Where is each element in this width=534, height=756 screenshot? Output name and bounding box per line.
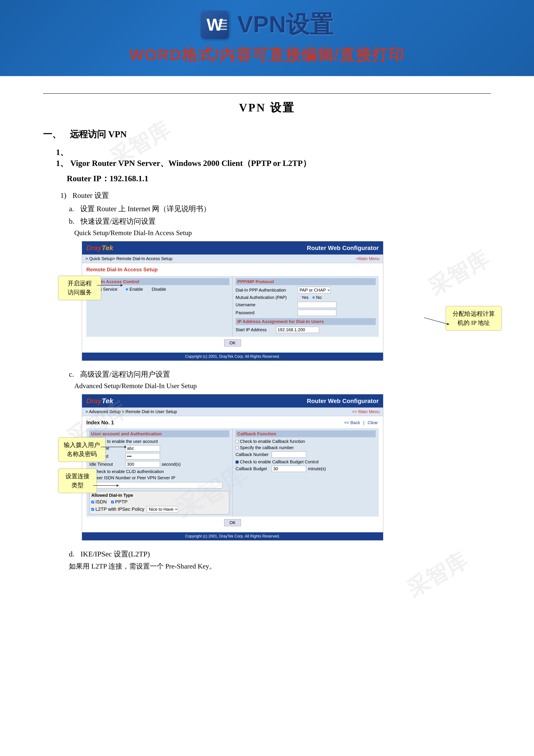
doc-main-title: VPN 设置 <box>43 100 491 115</box>
callout-ip-address: 分配给远程计算机的 IP 地址 <box>446 306 502 331</box>
enable-radio[interactable] <box>126 288 128 291</box>
ppp-auth-label: Dial-In PPP Authentication <box>236 288 296 293</box>
cb-clid-label: Check to enable CLID authentication <box>94 469 164 474</box>
callback-budget-input[interactable] <box>272 466 306 472</box>
cb-l2tp-box[interactable] <box>91 508 94 511</box>
routerc-right: Callback Function Check to enable Callba… <box>233 428 379 517</box>
callout2-arrow <box>424 315 450 326</box>
section-d-heading: IKE/IPSec 设置(L2TP) <box>81 550 150 558</box>
item-c-text: 高级设置/远程访问用户设置 <box>80 370 170 378</box>
disable-radio[interactable] <box>148 288 150 291</box>
section-d-letter: d. <box>69 550 74 558</box>
routerc-header-title: Router Web Configurator <box>307 398 379 405</box>
logo-tek: Tek <box>102 244 113 252</box>
callout1-arrow <box>97 281 123 290</box>
item-c-en: Advanced Setup/Remote Dial-In User Setup <box>43 382 491 390</box>
back-link[interactable]: << Back <box>344 420 360 425</box>
mutual-auth-label: Mutual Authetication (PAP) <box>236 295 296 300</box>
cb-budget-control: Check to enable Callback Budget Control <box>236 459 376 464</box>
screenshot-c-wrapper: 输入拨入用户名称及密码 设置连接类型 <box>60 394 491 540</box>
page-wrapper: W VPN设置 WORD格式/内容可直接编辑/直接打印 VPN 设置 一、 远程… <box>0 0 534 756</box>
routerc-nav-path: > Advanced Setup > Remote Dial-In User S… <box>86 409 177 414</box>
router1-section-title: Remote Dial-In Access Setup <box>86 267 379 273</box>
item-b-en: Quick Setup/Remote Dial-In Access Setup <box>43 229 491 237</box>
callout1-text: 开启远程访问服务 <box>67 280 92 296</box>
router1-right: PPP/MP Protocol Dial-In PPP Authenticati… <box>233 276 379 337</box>
routerc-left: User account and Authentication Check to… <box>86 428 233 517</box>
header-top-row: W VPN设置 <box>201 9 333 41</box>
routerc-right-title: Callback Function <box>236 430 376 437</box>
cb-budget-label: Check to enable Callback Budget Control <box>240 459 319 464</box>
password-label: Password <box>236 310 296 315</box>
idle-timeout-label: Idle Timeout <box>89 462 124 467</box>
routerc-ok-button[interactable]: OK <box>224 519 241 526</box>
header-subtitle: WORD格式/内容可直接编辑/直接打印 <box>129 44 405 65</box>
router1-nav-path: > Quick Setup> Remote Dial-In Access Set… <box>86 256 172 261</box>
router1-dialin-value: Enable Disable <box>126 287 166 292</box>
word-icon: W <box>201 11 229 39</box>
cb-pptp-wrap: PPTP <box>111 499 128 505</box>
svg-marker-3 <box>446 323 449 325</box>
mutual-auth-row: Mutual Authetication (PAP) Yes No <box>236 295 376 300</box>
routerc-body: Index No. 1 << Back | Clear User ac <box>82 416 383 532</box>
item-a-text: 设置 Router 上 Internet 网（详见说明书） <box>80 205 211 213</box>
callback-number-input[interactable] <box>272 451 306 458</box>
l2tp-row: L2TP with IPSec Policy Nice to Have <box>91 506 227 512</box>
callback-number-row: Callback Number <box>236 451 376 458</box>
router1-logo: DrayTek <box>86 244 113 252</box>
ppp-auth-select[interactable]: PAP or CHAP <box>297 287 331 293</box>
section-1-title: 远程访问 VPN <box>70 128 127 140</box>
router1-body: Remote Dial-In Access Setup Dial-In Acce… <box>82 263 383 353</box>
svg-marker-1 <box>120 284 123 286</box>
sc-password-row: Password <box>89 453 229 459</box>
yes-label: Yes <box>301 295 309 300</box>
yes-radio[interactable] <box>297 296 300 299</box>
start-ip-row: Start IP Address <box>236 327 376 333</box>
routerc-index-title: Index No. 1 <box>86 419 114 426</box>
router1-ok-button[interactable]: OK <box>224 339 241 346</box>
item-c-letter: c. <box>69 370 74 378</box>
doc-content: VPN 设置 一、 远程访问 VPN 1、 1、 Vigor Router VP… <box>0 76 534 597</box>
callback-budget-label: Callback Budget <box>236 466 270 471</box>
subsection-1-title1: 1、 <box>43 148 68 157</box>
sc-username-input[interactable] <box>126 445 160 451</box>
routerc-index-row: Index No. 1 << Back | Clear <box>86 419 379 426</box>
idle-timeout-unit: second(s) <box>162 462 181 467</box>
username-input[interactable] <box>297 302 336 308</box>
cb-pptp-box[interactable] <box>111 500 114 503</box>
logo-tek-c: Tek <box>102 397 113 405</box>
enable-label: Enable <box>130 287 143 292</box>
cb-isdn-label: ISDN <box>95 499 107 504</box>
sc-password-input[interactable] <box>126 453 160 459</box>
svg-line-2 <box>424 318 448 324</box>
item-1: 1) Router 设置 <box>43 191 491 201</box>
cb-l2tp-label: L2TP with IPSec Policy <box>95 506 144 512</box>
cb-callback-number: Specify the callback number <box>236 445 376 450</box>
router1-nav: > Quick Setup> Remote Dial-In Access Set… <box>82 255 383 263</box>
cb-isdn-box[interactable] <box>91 500 94 503</box>
start-ip-input[interactable] <box>276 327 319 333</box>
no-radio[interactable] <box>312 296 315 299</box>
routerc-nav: > Advanced Setup > Remote Dial-In User S… <box>82 408 383 416</box>
callout2-text: 分配给远程计算机的 IP 地址 <box>453 310 495 326</box>
routerc-cols: User account and Authentication Check to… <box>86 428 379 517</box>
callout-conn-type: 设置连接类型 <box>58 469 97 493</box>
callout4-arrow <box>93 482 119 489</box>
callout3-text: 输入拨入用户名称及密码 <box>64 442 100 457</box>
isdn-pptp-row: ISDN PPTP <box>91 499 227 505</box>
screenshot1: DrayTek Router Web Configurator > Quick … <box>82 241 383 361</box>
idle-timeout-input[interactable] <box>126 461 160 468</box>
cb-callback-number-box <box>236 446 239 449</box>
password-input[interactable] <box>297 310 336 316</box>
cb-callback-enable: Check to enable Callback function <box>236 439 376 444</box>
idle-timeout-row: Idle Timeout second(s) <box>89 461 229 468</box>
section-d: d. IKE/IPSec 设置(L2TP) 如果用 L2TP 连接，需设置一个 … <box>43 549 491 571</box>
clear-link[interactable]: Clear <box>368 420 378 425</box>
cb-callback-enable-label: Check to enable Callback function <box>240 439 305 444</box>
header-banner: W VPN设置 WORD格式/内容可直接编辑/直接打印 <box>0 0 534 76</box>
router1-right-title: PPP/MP Protocol <box>236 278 376 285</box>
logo-dray: Dray <box>86 244 102 252</box>
l2tp-policy-select[interactable]: Nice to Have <box>147 506 178 512</box>
section-1-number: 一、 <box>43 128 61 140</box>
routerc-logo: DrayTek <box>86 397 113 405</box>
